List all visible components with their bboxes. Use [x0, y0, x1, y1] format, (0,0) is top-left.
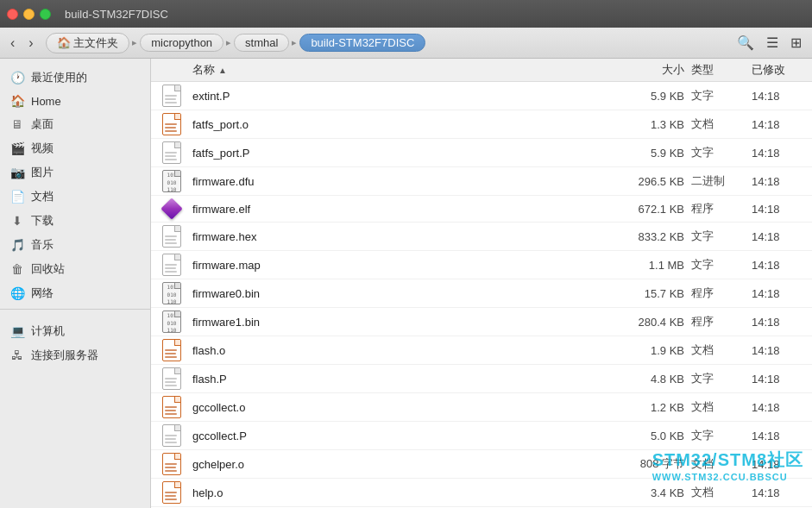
- file-icon: 101010110: [151, 282, 192, 304]
- file-size: 5.9 KB: [614, 90, 691, 103]
- sidebar-item-computer[interactable]: 💻 计算机: [0, 319, 150, 343]
- file-name: gccollect.P: [192, 430, 614, 442]
- back-button[interactable]: ‹: [5, 32, 20, 54]
- table-row[interactable]: gccollect.o 1.2 KB 文档 14:18: [151, 393, 812, 422]
- file-size: 1.3 KB: [614, 118, 691, 131]
- table-row[interactable]: fatfs_port.o 1.3 KB 文档 14:18: [151, 110, 812, 139]
- sidebar-label-pictures: 图片: [31, 165, 54, 180]
- breadcrumb-micropython[interactable]: micropython: [140, 34, 223, 52]
- file-type: 二进制: [691, 173, 752, 189]
- table-row[interactable]: fatfs_port.P 5.9 KB 文字 14:18: [151, 139, 812, 167]
- file-icon: [151, 481, 192, 504]
- sidebar-item-network[interactable]: 🌐 网络: [0, 281, 150, 305]
- file-name: gccollect.o: [192, 401, 614, 414]
- column-headers: 名称 ▲ 大小 类型 已修改: [151, 59, 812, 82]
- file-icon: [151, 367, 192, 390]
- breadcrumb-current[interactable]: build-STM32F7DISC: [299, 34, 425, 52]
- file-modified: 14:18: [752, 230, 812, 243]
- file-modified: 14:18: [752, 287, 812, 300]
- file-modified: 14:18: [752, 458, 812, 471]
- breadcrumb-stmhal[interactable]: stmhal: [234, 34, 289, 52]
- file-modified: 14:18: [752, 344, 812, 357]
- close-button[interactable]: [7, 9, 18, 20]
- file-name: flash.o: [192, 344, 614, 357]
- table-row[interactable]: 101010110 firmware0.bin 15.7 KB 程序 14:18: [151, 279, 812, 308]
- file-size: 15.7 KB: [614, 287, 691, 300]
- file-size: 808 字节: [614, 456, 691, 472]
- file-icon: [151, 424, 192, 447]
- file-type: 文字: [691, 229, 752, 244]
- sidebar-label-home: Home: [31, 95, 61, 108]
- maximize-button[interactable]: [40, 9, 51, 20]
- file-type: 文档: [691, 116, 752, 132]
- documents-icon: 📄: [10, 190, 24, 204]
- table-row[interactable]: gccollect.P 5.0 KB 文字 14:18: [151, 422, 812, 450]
- file-size: 3.4 KB: [614, 486, 691, 499]
- file-name: firmware.map: [192, 259, 614, 272]
- table-row[interactable]: gchelper.o 808 字节 文档 14:18: [151, 450, 812, 479]
- col-header-size[interactable]: 大小: [614, 62, 691, 78]
- file-name: firmware.dfu: [192, 175, 614, 188]
- sidebar-item-videos[interactable]: 🎬 视频: [0, 136, 150, 160]
- file-modified: 14:18: [752, 118, 812, 131]
- file-type: 文字: [691, 371, 752, 386]
- sidebar-label-desktop: 桌面: [31, 116, 54, 132]
- table-row[interactable]: firmware.elf 672.1 KB 程序 14:18: [151, 196, 812, 223]
- file-size: 833.2 KB: [614, 230, 691, 243]
- sidebar-item-desktop[interactable]: 🖥 桌面: [0, 112, 150, 136]
- file-type: 文字: [691, 257, 752, 273]
- file-size: 296.5 KB: [614, 175, 691, 188]
- file-icon: [151, 225, 192, 248]
- sidebar-item-recent[interactable]: 🕐 最近使用的: [0, 66, 150, 90]
- sort-arrow-icon: ▲: [218, 66, 227, 75]
- breadcrumb-sep-3: ▸: [291, 37, 298, 48]
- table-row[interactable]: 101010110 firmware.dfu 296.5 KB 二进制 14:1…: [151, 167, 812, 196]
- file-name: help.o: [192, 486, 614, 499]
- table-row[interactable]: firmware.map 1.1 MB 文字 14:18: [151, 251, 812, 279]
- sidebar-item-documents[interactable]: 📄 文档: [0, 185, 150, 209]
- computer-icon: 💻: [10, 324, 24, 338]
- file-icon: [151, 141, 192, 164]
- file-name: firmware.hex: [192, 230, 614, 243]
- file-type: 文档: [691, 456, 752, 472]
- sidebar-item-trash[interactable]: 🗑 回收站: [0, 257, 150, 281]
- table-row[interactable]: flash.o 1.9 KB 文档 14:18: [151, 336, 812, 365]
- sidebar-label-music: 音乐: [31, 237, 54, 253]
- table-row[interactable]: flash.P 4.8 KB 文字 14:18: [151, 365, 812, 393]
- file-size: 1.1 MB: [614, 259, 691, 272]
- sidebar-item-music[interactable]: 🎵 音乐: [0, 233, 150, 257]
- file-icon: [151, 198, 192, 219]
- search-button[interactable]: 🔍: [732, 31, 759, 54]
- file-icon: [151, 453, 192, 475]
- table-row[interactable]: help.o 3.4 KB 文档 14:18: [151, 479, 812, 507]
- list-view-button[interactable]: ☰: [761, 31, 784, 54]
- table-row[interactable]: firmware.hex 833.2 KB 文字 14:18: [151, 223, 812, 251]
- file-list: 名称 ▲ 大小 类型 已修改 extint.P 5.9 KB 文字 14:18 …: [151, 59, 812, 508]
- file-size: 1.2 KB: [614, 401, 691, 414]
- server-icon: 🖧: [10, 348, 24, 362]
- minimize-button[interactable]: [23, 9, 35, 20]
- table-row[interactable]: extint.P 5.9 KB 文字 14:18: [151, 82, 812, 110]
- home-icon: 🏠: [57, 36, 71, 49]
- sidebar-item-downloads[interactable]: ⬇ 下载: [0, 209, 150, 233]
- window-controls: [7, 9, 51, 20]
- col-header-name[interactable]: 名称 ▲: [151, 62, 614, 78]
- breadcrumb-home[interactable]: 🏠 主文件夹: [46, 33, 130, 53]
- sidebar-item-home[interactable]: 🏠 Home: [0, 90, 150, 112]
- file-icon: 101010110: [151, 310, 192, 333]
- file-size: 672.1 KB: [614, 203, 691, 216]
- sidebar-item-server[interactable]: 🖧 连接到服务器: [0, 343, 150, 367]
- col-header-modified[interactable]: 已修改: [752, 62, 812, 78]
- main-area: 🕐 最近使用的 🏠 Home 🖥 桌面 🎬 视频 📷 图片 📄 文档 ⬇ 下载: [0, 59, 812, 508]
- col-header-type[interactable]: 类型: [691, 62, 752, 78]
- grid-view-button[interactable]: ⊞: [785, 31, 807, 54]
- file-icon: [151, 339, 192, 361]
- sidebar-item-pictures[interactable]: 📷 图片: [0, 160, 150, 185]
- table-row[interactable]: 101010110 firmware1.bin 280.4 KB 程序 14:1…: [151, 308, 812, 336]
- file-name: firmware.elf: [192, 203, 614, 216]
- music-icon: 🎵: [10, 238, 24, 252]
- network-icon: 🌐: [10, 286, 24, 300]
- file-icon: [151, 254, 192, 276]
- file-modified: 14:18: [752, 175, 812, 188]
- forward-button[interactable]: ›: [23, 32, 38, 54]
